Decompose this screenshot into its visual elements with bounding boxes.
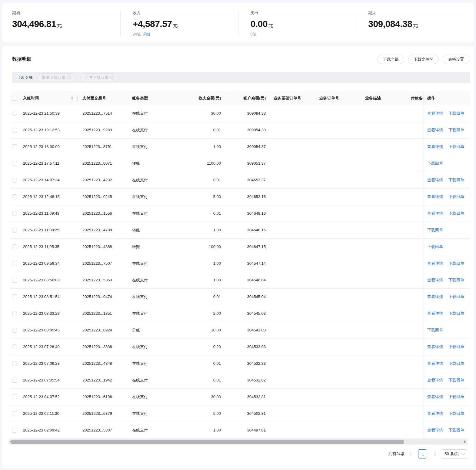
cell-description [360,355,406,372]
download-receipt-link[interactable]: 下载回单 [448,111,464,116]
view-detail-link[interactable]: 查看详情 [427,394,443,399]
download-receipt-link[interactable]: 下载回单 [448,211,464,216]
row-checkbox[interactable] [12,311,17,316]
download-receipt-link[interactable]: 下载回单 [448,344,464,349]
merge-download-button[interactable]: 合并下载回单i [80,73,119,82]
row-checkbox[interactable] [12,161,17,166]
view-detail-link[interactable]: 查看详情 [427,361,443,366]
cell-balance: 304545.03 [223,305,269,322]
cell-actions: 查看详情下载回单 [423,372,470,388]
row-checkbox[interactable] [12,428,17,433]
view-detail-link[interactable]: 查看详情 [427,211,443,216]
summary-label: 期末 [368,10,474,16]
download-receipt-link[interactable]: 下载回单 [448,144,464,149]
sort-control[interactable] [71,96,73,100]
download-receipt-link[interactable]: 下载回单 [448,294,464,299]
view-detail-link[interactable]: 查看详情 [427,261,443,266]
cell-actions: 查看详情下载回单 [423,355,470,372]
download-all-button[interactable]: 下载全部 [378,55,404,64]
download-receipt-link[interactable]: 下载回单 [448,278,464,282]
download-receipt-link[interactable]: 下载回单 [448,178,464,182]
scrollbar-thumb[interactable] [11,440,404,444]
download-zone-button[interactable]: 下载文件区 [408,55,439,64]
download-receipt-link[interactable]: 下载回单 [427,244,443,249]
row-checkbox[interactable] [12,378,17,383]
download-receipt-link[interactable]: 下载回单 [427,328,443,332]
row-checkbox[interactable] [12,344,17,349]
table-row: 2025-12-23 08:51:54 20251223...9474 在线支付… [10,288,470,305]
cell-actions: 查看详情下载回单 [423,122,470,138]
table-settings-button[interactable]: 表格设置 [443,55,469,64]
next-page-icon[interactable] [432,452,436,456]
view-detail-link[interactable]: 查看详情 [427,344,443,349]
row-checkbox[interactable] [12,211,17,216]
cell-base-order [269,305,315,322]
cell-txn: 20251223...9474 [78,288,127,305]
row-checkbox[interactable] [12,128,17,133]
download-receipt-link[interactable]: 下载回单 [448,261,464,266]
download-receipt-link[interactable]: 下载回单 [448,194,464,199]
view-detail-link[interactable]: 查看详情 [427,194,443,199]
row-checkbox[interactable] [12,111,17,116]
row-checkbox[interactable] [12,294,17,299]
view-detail-link[interactable]: 查看详情 [427,294,443,299]
view-detail-link[interactable]: 查看详情 [427,144,443,149]
view-detail-link[interactable]: 查看详情 [427,178,443,182]
download-receipt-link[interactable]: 下载回单 [448,411,464,416]
download-receipt-link[interactable]: 下载回单 [448,311,464,316]
download-receipt-link[interactable]: 下载回单 [448,428,464,432]
row-checkbox[interactable] [12,261,17,266]
cell-time: 2025-12-23 08:33:29 [22,305,78,322]
cell-amount: 30.00 [173,388,223,405]
cell-payer [406,122,423,138]
view-detail-link[interactable]: 查看详情 [427,111,443,116]
summary-closing: 期末 309,084.38元 [356,10,474,37]
select-all-checkbox[interactable] [12,96,17,101]
view-detail-link[interactable]: 查看详情 [427,311,443,316]
view-detail-link[interactable]: 查看详情 [427,378,443,382]
cell-time: 2025-12-23 14:07:34 [22,172,78,188]
row-checkbox[interactable] [12,278,17,283]
batch-download-button[interactable]: 批量下载回单i [37,73,76,82]
summary-label: 支出 [251,10,356,16]
income-detail-link[interactable]: 详细 [142,32,150,36]
row-checkbox[interactable] [12,178,17,183]
cell-order [315,138,360,155]
cell-balance: 304648.15 [223,222,269,238]
cell-order [315,372,360,388]
download-receipt-link[interactable]: 下载回单 [448,394,464,399]
view-detail-link[interactable]: 查看详情 [427,278,443,282]
page-size-select[interactable]: 50 条/页 [441,449,468,459]
row-checkbox[interactable] [12,194,17,199]
cell-balance: 304546.04 [223,272,269,288]
cell-balance: 309054.38 [223,122,269,138]
cell-base-order [269,272,315,288]
cell-balance: 304532.83 [223,355,269,372]
horizontal-scrollbar[interactable] [8,439,468,445]
scroll-right-arrow-icon[interactable] [463,439,468,445]
cell-base-order [269,322,315,338]
cell-balance: 304532.82 [223,372,269,388]
download-receipt-link[interactable]: 下载回单 [448,378,464,382]
download-receipt-link[interactable]: 下载回单 [448,128,464,132]
view-detail-link[interactable]: 查看详情 [427,428,443,432]
page-number-button[interactable]: 1 [418,449,427,458]
row-checkbox[interactable] [12,144,17,149]
row-checkbox[interactable] [12,228,17,233]
view-detail-link[interactable]: 查看详情 [427,411,443,416]
row-checkbox[interactable] [12,361,17,366]
cell-amount: 5.00 [173,405,223,422]
prev-page-icon[interactable] [409,452,413,456]
row-checkbox[interactable] [12,394,17,399]
view-detail-link[interactable]: 查看详情 [427,128,443,132]
row-checkbox[interactable] [12,328,17,333]
download-receipt-link[interactable]: 下载回单 [427,228,443,232]
table-row: 2025-12-23 11:08:25 20251223...4788 转账 1… [10,222,470,238]
table-row: 2025-12-23 19:12:53 20251223...9283 在线支付… [10,122,470,138]
cell-payer [406,305,423,322]
row-checkbox[interactable] [12,411,17,416]
row-checkbox[interactable] [12,244,17,249]
download-receipt-link[interactable]: 下载回单 [448,361,464,366]
download-receipt-link[interactable]: 下载回单 [427,161,443,166]
cell-balance: 309053.37 [223,155,269,172]
